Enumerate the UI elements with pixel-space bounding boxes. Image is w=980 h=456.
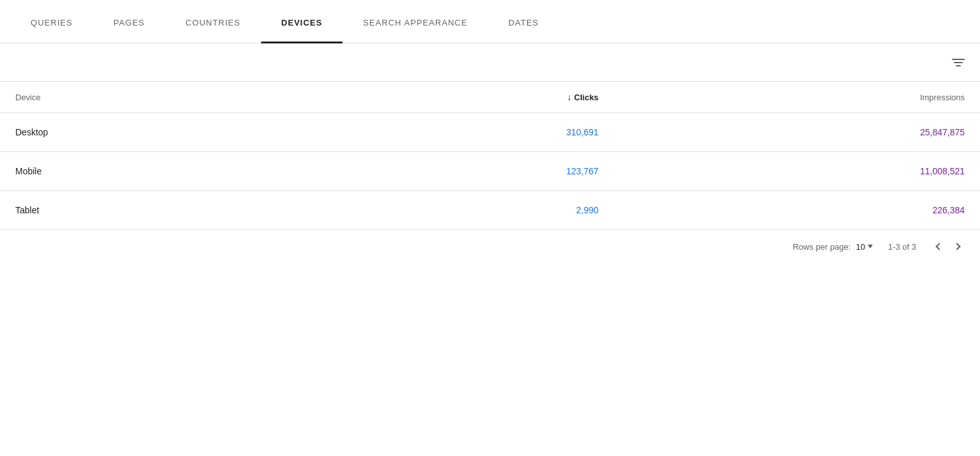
tab-search-appearance[interactable]: SEARCH APPEARANCE (343, 0, 488, 43)
cell-clicks: 123,767 (308, 152, 614, 191)
sort-down-icon: ↓ (567, 92, 572, 102)
filter-button[interactable] (952, 59, 965, 66)
next-page-button[interactable] (949, 241, 965, 252)
tab-pages[interactable]: PAGES (93, 0, 165, 43)
column-header-clicks[interactable]: ↓Clicks (308, 82, 614, 113)
tab-countries[interactable]: COUNTRIES (165, 0, 261, 43)
chevron-down-icon (868, 245, 873, 248)
cell-impressions: 226,384 (614, 191, 980, 230)
cell-clicks: 2,990 (308, 191, 614, 230)
tab-devices[interactable]: DEVICES (261, 0, 343, 43)
page-info: 1-3 of 3 (888, 242, 916, 252)
chevron-right-icon (953, 243, 960, 250)
table-header-row: Device ↓Clicks Impressions (0, 82, 980, 113)
cell-impressions: 25,847,875 (614, 113, 980, 152)
tab-dates[interactable]: DATES (488, 0, 560, 43)
cell-clicks: 310,691 (308, 113, 614, 152)
filter-bar (0, 43, 980, 82)
chevron-left-icon (935, 243, 942, 250)
cell-device: Mobile (0, 152, 308, 191)
devices-table: Device ↓Clicks Impressions Desktop310,69… (0, 82, 980, 230)
pagination-bar: Rows per page: 10 1-3 of 3 (0, 230, 980, 263)
prev-page-button[interactable] (932, 241, 947, 252)
rows-per-page-value: 10 (856, 242, 865, 252)
cell-device: Tablet (0, 191, 308, 230)
table-row: Desktop310,69125,847,875 (0, 113, 980, 152)
column-header-impressions[interactable]: Impressions (614, 82, 980, 113)
rows-per-page-selector[interactable]: 10 (856, 242, 872, 252)
tab-navigation: QUERIESPAGESCOUNTRIESDEVICESSEARCH APPEA… (0, 0, 980, 43)
table-row: Mobile123,76711,008,521 (0, 152, 980, 191)
cell-impressions: 11,008,521 (614, 152, 980, 191)
column-header-device: Device (0, 82, 308, 113)
rows-per-page-control: Rows per page: 10 (792, 242, 873, 252)
tab-queries[interactable]: QUERIES (10, 0, 93, 43)
table-row: Tablet2,990226,384 (0, 191, 980, 230)
cell-device: Desktop (0, 113, 308, 152)
pagination-nav-buttons (932, 241, 965, 252)
rows-per-page-label: Rows per page: (792, 242, 850, 252)
